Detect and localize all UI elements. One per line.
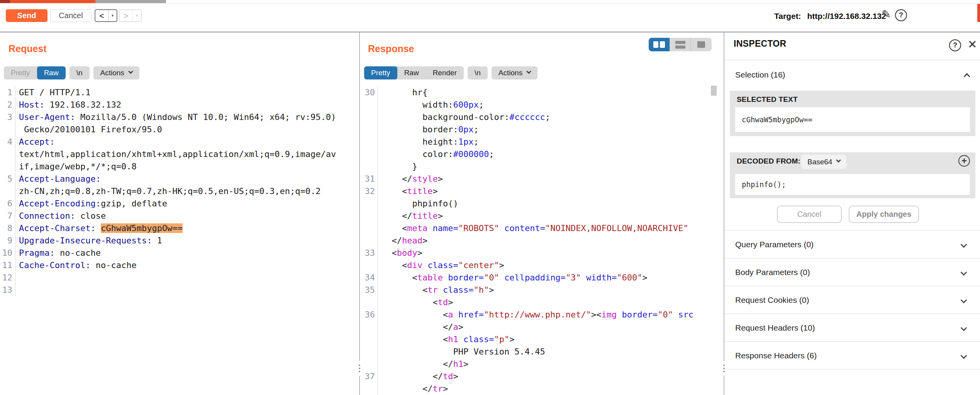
- line-number: 10: [0, 247, 15, 259]
- back-arrow-icon[interactable]: <: [95, 10, 108, 21]
- code-text: color:#000000;: [378, 148, 494, 160]
- selection-section-header[interactable]: Selection (16): [735, 70, 785, 79]
- line-number: 8: [0, 222, 15, 235]
- code-text: <meta name="ROBOTS" content="NOINDEX,NOF…: [378, 222, 688, 235]
- code-text: </style>: [378, 173, 443, 185]
- code-line: 6Accept-Encoding:gzip, deflate: [0, 198, 358, 210]
- code-line: 5Accept-Language:: [0, 173, 358, 185]
- code-text: [15, 272, 19, 284]
- chevron-up-icon[interactable]: [964, 73, 970, 80]
- tab-group: PrettyRawRender: [364, 66, 464, 79]
- code-text: Upgrade-Insecure-Requests: 1: [15, 235, 162, 247]
- response-editor[interactable]: 30 hr{ width:600px; background-color:#cc…: [360, 86, 710, 395]
- layout-columns-button[interactable]: [649, 38, 670, 51]
- code-text: <div class="center">: [378, 259, 504, 272]
- code-line: 9Upgrade-Insecure-Requests: 1: [0, 235, 358, 247]
- tab-label: Pretty: [11, 69, 30, 77]
- line-number: 3: [0, 111, 15, 123]
- chevron-down-icon: [128, 69, 133, 74]
- line-number: [360, 321, 378, 333]
- tab-pretty[interactable]: Pretty: [364, 66, 397, 79]
- line-number: [360, 259, 378, 272]
- request-response-divider: [359, 32, 360, 395]
- toolbar-divider: [0, 32, 980, 32]
- inspector-section-response-headers[interactable]: Response Headers (6): [724, 342, 980, 370]
- line-number: 34: [360, 272, 378, 284]
- back-dropdown-caret-icon[interactable]: ▾: [108, 10, 117, 21]
- line-number: 11: [0, 259, 15, 272]
- tab-raw[interactable]: Raw: [397, 66, 426, 79]
- code-text: <table border="0" cellpadding="3" width=…: [378, 272, 648, 284]
- rows-layout-icon: [675, 41, 685, 49]
- code-line: width:600px;: [360, 99, 710, 111]
- line-number: [360, 148, 378, 160]
- code-text: Accept-Language:: [15, 173, 101, 185]
- layout-rows-button[interactable]: [670, 38, 691, 51]
- forward-arrow-icon[interactable]: >: [120, 10, 132, 21]
- tab-render[interactable]: Render: [426, 66, 464, 79]
- splitter-grip-icon[interactable]: [357, 361, 362, 376]
- burp-repeater-window: Send Cancel < ▾ > ▾ Target: http://192.1…: [0, 0, 980, 395]
- inspector-section-body-parameters[interactable]: Body Parameters (0): [724, 258, 980, 286]
- tab-label: Pretty: [371, 69, 390, 77]
- line-number: [360, 136, 378, 148]
- apply-changes-button[interactable]: Apply changes: [849, 206, 919, 223]
- tab-group: \n: [468, 66, 488, 79]
- tab-n[interactable]: \n: [468, 66, 488, 79]
- cancel-request-button[interactable]: Cancel: [50, 9, 92, 22]
- tab-actions[interactable]: Actions: [93, 66, 139, 79]
- help-icon[interactable]: ?: [895, 9, 907, 21]
- code-line: 37 </td>: [360, 370, 710, 383]
- code-line: 35 <tr class="h">: [360, 284, 710, 296]
- inspector-section-request-cookies[interactable]: Request Cookies (0): [724, 286, 980, 314]
- inspector-cancel-button[interactable]: Cancel: [777, 206, 842, 223]
- line-number: [0, 185, 15, 198]
- code-text: User-Agent: Mozilla/5.0 (Windows NT 10.0…: [15, 111, 336, 123]
- inspector-section-query-parameters[interactable]: Query Parameters (0): [724, 231, 980, 258]
- inspector-title: INSPECTOR: [734, 39, 786, 49]
- send-button[interactable]: Send: [6, 9, 47, 22]
- add-decoding-step-icon[interactable]: +: [958, 155, 970, 167]
- tab-n[interactable]: \n: [70, 66, 90, 79]
- code-line: height:1px;: [360, 136, 710, 148]
- decoded-from-label: DECODED FROM:: [737, 157, 800, 165]
- code-text: PHP Version 5.4.45: [378, 346, 545, 358]
- selected-text-field[interactable]: cGhwaW5mbygpOw==: [735, 107, 970, 132]
- code-text: <title>: [378, 185, 438, 198]
- inspector-help-icon[interactable]: ?: [949, 39, 961, 51]
- line-number: [360, 296, 378, 309]
- code-line: 1GET / HTTP/1.1: [0, 86, 358, 99]
- tab-raw[interactable]: Raw: [37, 66, 66, 79]
- decoding-format-dropdown[interactable]: Base64: [801, 155, 846, 169]
- inspector-close-icon[interactable]: ✕: [968, 38, 977, 51]
- code-text: Cache-Control: no-cache: [15, 259, 137, 272]
- code-text: </title>: [378, 210, 443, 222]
- code-line: </head>: [360, 235, 710, 247]
- line-number: 6: [0, 198, 15, 210]
- code-text: Host: 192.168.32.132: [15, 99, 121, 111]
- code-line: Gecko/20100101 Firefox/95.0: [0, 123, 358, 136]
- code-text: zh-CN,zh;q=0.8,zh-TW;q=0.7,zh-HK;q=0.5,e…: [15, 185, 320, 198]
- line-number: [360, 111, 378, 123]
- history-forward-split-button[interactable]: > ▾: [119, 9, 142, 22]
- code-line: <td>: [360, 296, 710, 309]
- line-number: [360, 383, 378, 395]
- tab-actions[interactable]: Actions: [492, 66, 537, 79]
- layout-single-button[interactable]: [691, 38, 712, 51]
- code-line: 33 <body>: [360, 247, 710, 259]
- request-editor[interactable]: 1GET / HTTP/1.12Host: 192.168.32.1323Use…: [0, 86, 358, 395]
- forward-dropdown-caret-icon[interactable]: ▾: [132, 10, 141, 21]
- inspector-section-request-headers[interactable]: Request Headers (10): [724, 314, 980, 342]
- decoded-value-field[interactable]: phpinfo();: [735, 174, 970, 195]
- line-number: 5: [0, 173, 15, 185]
- code-line: 4Accept:: [0, 136, 358, 148]
- code-line: }: [360, 160, 710, 173]
- history-back-split-button[interactable]: < ▾: [95, 9, 117, 22]
- target-value: http://192.168.32.132: [807, 12, 886, 20]
- code-text: <h1 class="p">: [378, 333, 514, 346]
- response-scrollbar-thumb[interactable]: [711, 86, 717, 96]
- tab-pretty[interactable]: Pretty: [4, 66, 37, 79]
- tab-label: Raw: [404, 69, 419, 77]
- edit-target-pencil-icon[interactable]: ✎: [882, 8, 891, 21]
- code-text: background-color:#cccccc;: [378, 111, 550, 123]
